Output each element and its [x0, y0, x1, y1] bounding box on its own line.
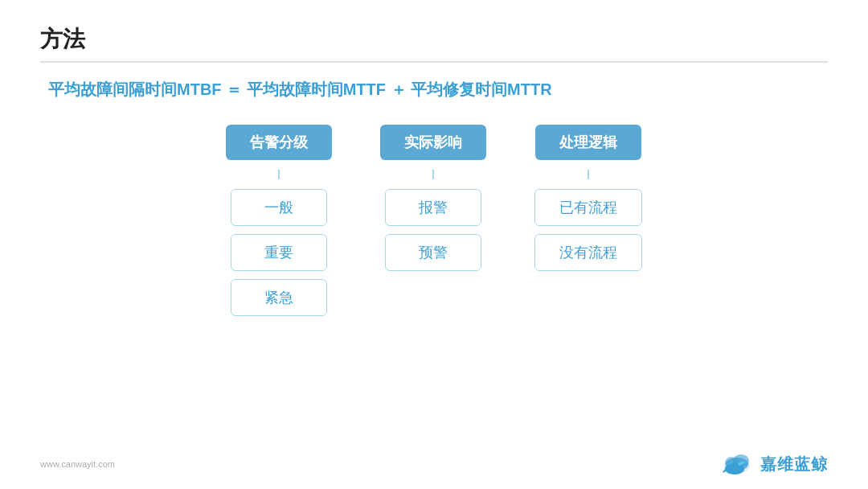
child-no-process: 没有流程	[534, 234, 642, 271]
child-alarm: 报警	[385, 189, 481, 226]
children-handling-logic: 已有流程 没有流程	[534, 189, 642, 271]
connector-2	[432, 170, 434, 179]
column-alert-level: 告警分级 一般 重要 紧急	[226, 125, 332, 316]
footer-website: www.canwayit.com	[40, 459, 115, 469]
formula-text: 平均故障间隔时间MTBF ＝ 平均故障时间MTTF ＋ 平均修复时间MTTR	[40, 79, 828, 101]
children-actual-impact: 报警 预警	[385, 189, 481, 271]
connector-3	[588, 170, 589, 179]
page-title: 方法	[40, 24, 828, 55]
child-general: 一般	[231, 189, 327, 226]
footer-logo: 嘉维蓝鲸	[720, 451, 828, 477]
child-important: 重要	[231, 234, 327, 271]
logo-text: 嘉维蓝鲸	[760, 454, 828, 475]
child-warning: 预警	[385, 234, 481, 271]
title-divider	[40, 61, 828, 63]
child-has-process: 已有流程	[534, 189, 642, 226]
header-actual-impact: 实际影响	[380, 125, 486, 160]
header-alert-level: 告警分级	[226, 125, 332, 160]
footer: www.canwayit.com 嘉维蓝鲸	[0, 451, 868, 477]
connector-1	[278, 170, 280, 179]
logo-icon	[720, 451, 754, 477]
column-handling-logic: 处理逻辑 已有流程 没有流程	[534, 125, 642, 271]
child-urgent: 紧急	[231, 279, 327, 316]
page-container: 方法 平均故障间隔时间MTBF ＝ 平均故障时间MTTF ＋ 平均修复时间MTT…	[0, 0, 868, 489]
header-handling-logic: 处理逻辑	[535, 125, 641, 160]
column-actual-impact: 实际影响 报警 预警	[380, 125, 486, 271]
children-alert-level: 一般 重要 紧急	[231, 189, 327, 316]
diagram-area: 告警分级 一般 重要 紧急 实际影响 报警 预警 处理逻辑 已有流程 没有流程	[40, 125, 828, 316]
svg-point-4	[725, 463, 744, 475]
